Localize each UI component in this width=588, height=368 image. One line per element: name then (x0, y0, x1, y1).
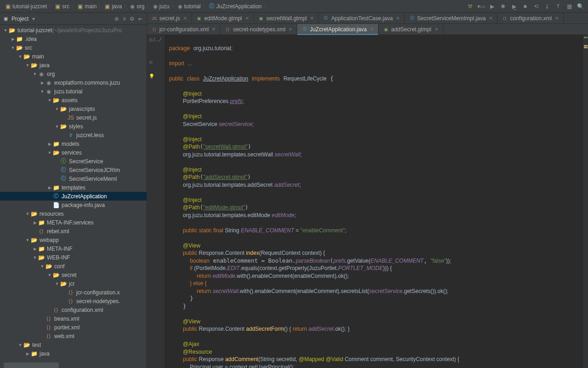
expand-arrow-icon[interactable]: ▼ (32, 72, 38, 76)
close-icon[interactable]: ✕ (435, 27, 438, 32)
close-icon[interactable]: ✕ (489, 16, 492, 21)
coverage-icon[interactable]: ▶̲ (510, 2, 518, 11)
tree-item[interactable]: ▶📁.idea (0, 34, 147, 43)
tree-item[interactable]: ▼📂javascripts (0, 104, 147, 113)
editor-tab[interactable]: ⟨⟩jcr-configuration.xml✕ (147, 24, 220, 34)
run-icon[interactable]: ▶ (488, 2, 496, 11)
expand-arrow-icon[interactable]: ▶ (47, 185, 52, 190)
expand-arrow-icon[interactable]: ▼ (25, 63, 30, 68)
close-icon[interactable]: ✕ (212, 27, 215, 32)
tree-item[interactable]: ⟨⟩jcr-configuration.x (0, 288, 147, 297)
breadcrumb-item[interactable]: ◉org (128, 3, 146, 10)
breadcrumb-item[interactable]: ▣main (76, 3, 98, 10)
editor-tab[interactable]: ⒸJuZcretApplication.java✕ (297, 24, 379, 34)
tree-item[interactable]: ▼📂styles (0, 122, 147, 131)
sync-icon[interactable]: ⟲ (532, 2, 540, 11)
tree-item[interactable]: ⟨⟩configuration.xml (0, 305, 147, 314)
editor-tab[interactable]: JSsecret.js✕ (147, 13, 192, 23)
tree-item[interactable]: ▼📂secret (0, 270, 147, 279)
expand-arrow-icon[interactable]: ▼ (40, 89, 45, 94)
breadcrumb-item[interactable]: ▣tutorial-juzcret (4, 3, 49, 10)
breadcrumb-item[interactable]: ▣java (103, 3, 124, 10)
tree-item[interactable]: ▼📂src (0, 43, 147, 52)
expand-arrow-icon[interactable]: ▼ (54, 282, 60, 286)
close-icon[interactable]: ✕ (370, 27, 373, 32)
tree-item[interactable]: ▼◉juzu.tutorial (0, 87, 147, 96)
tree-item[interactable]: ▼📂jcr (0, 279, 147, 288)
expand-arrow-icon[interactable]: ▶ (47, 142, 52, 146)
expand-arrow-icon[interactable]: ▼ (3, 28, 8, 33)
tree-item[interactable]: ▼📂conf (0, 262, 147, 270)
breadcrumb-item[interactable]: ▣src (53, 3, 71, 10)
editor-tab[interactable]: ▣editMode.gtmpl✕ (192, 13, 254, 23)
horizontal-scrollbar[interactable] (4, 362, 59, 368)
tree-item[interactable]: ▼📂services (0, 148, 147, 157)
expand-arrow-icon[interactable]: ▶ (32, 247, 38, 251)
collapse-all-icon[interactable]: ≡ (123, 16, 126, 22)
expand-arrow-icon[interactable]: ▼ (17, 54, 23, 59)
expand-arrow-icon[interactable]: ▼ (25, 238, 30, 242)
close-icon[interactable]: ✕ (555, 16, 559, 21)
editor-error-stripe[interactable] (582, 35, 588, 368)
tree-item[interactable]: ▼◉org (0, 69, 147, 78)
tree-item[interactable]: ▶📁META-INF (0, 244, 147, 253)
expand-arrow-icon[interactable]: ▼ (47, 273, 52, 277)
tree-item[interactable]: ⟨⟩web.xml (0, 332, 147, 340)
editor-tab[interactable]: ▣addSecret.gtmpl✕ (379, 24, 443, 34)
tree-item[interactable]: ▼📂resources (0, 209, 147, 218)
config-dropdown[interactable]: ▾▭ (477, 2, 485, 11)
breadcrumb-item[interactable]: ◉juzu (151, 3, 171, 10)
tree-item[interactable]: ⟨⟩portlet.xml (0, 323, 147, 332)
expand-arrow-icon[interactable]: ▶ (10, 37, 16, 41)
tree-item[interactable]: 📄package-info.java (0, 201, 147, 209)
code-editor[interactable]: package org.juzu.tutorial; import ... pu… (165, 35, 582, 368)
stop-icon[interactable]: ■ (521, 2, 529, 11)
debug-icon[interactable]: ✱ (499, 2, 507, 11)
expand-arrow-icon[interactable]: ▼ (25, 212, 30, 216)
tree-item[interactable]: ▼📂test (0, 340, 147, 349)
tree-item[interactable]: ▼📂tutorial-juzcret (~/java/eXoProjects/J… (0, 26, 147, 34)
tree-item[interactable]: ▶📁META-INF.services (0, 218, 147, 227)
tree-item[interactable]: ▶◉exoplatform.commons.juzu (0, 78, 147, 87)
expand-arrow-icon[interactable]: ▶ (32, 220, 38, 225)
expand-arrow-icon[interactable]: ▼ (40, 264, 45, 269)
breadcrumb-item[interactable]: ◉tutorial (176, 3, 203, 10)
structure-icon[interactable]: ▦ (565, 2, 573, 11)
breadcrumb-item[interactable]: ⒸJuZcretApplication (207, 2, 264, 10)
project-tree[interactable]: ▼📂tutorial-juzcret (~/java/eXoProjects/J… (0, 25, 147, 361)
tree-item[interactable]: ⒸSecretServiceJCRIm (0, 166, 147, 174)
close-icon[interactable]: ✕ (288, 27, 292, 32)
vcs-update-icon[interactable]: ⤓ (543, 2, 551, 11)
tree-item[interactable]: #juzcret.less (0, 131, 147, 139)
expand-arrow-icon[interactable]: ▼ (47, 98, 52, 103)
tree-item[interactable]: ▶📁templates (0, 183, 147, 192)
tree-item[interactable]: ⟨⟩rebel.xml (0, 227, 147, 236)
tree-item[interactable]: ▼📂WEB-INF (0, 253, 147, 262)
tree-item[interactable]: ⒸSecretServiceMemI (0, 174, 147, 183)
hide-panel-icon[interactable]: ⇤ (138, 16, 143, 22)
expand-arrow-icon[interactable]: ▼ (47, 150, 52, 155)
tree-item[interactable]: ▼📂assets (0, 96, 147, 104)
build-icon[interactable]: ⚒ (466, 2, 474, 11)
tree-item[interactable]: ▼📂main (0, 52, 147, 61)
editor-tab[interactable]: ⟨⟩secret-nodetypes.xml✕ (220, 24, 297, 34)
expand-arrow-icon[interactable]: ▼ (54, 107, 60, 111)
tree-item[interactable]: ▼📂webapp (0, 236, 147, 244)
close-icon[interactable]: ✕ (183, 16, 187, 21)
close-icon[interactable]: ✕ (245, 16, 249, 21)
search-icon[interactable]: 🔍 (576, 2, 584, 11)
expand-arrow-icon[interactable]: ▼ (54, 124, 60, 129)
vcs-commit-icon[interactable]: ⤒ (554, 2, 562, 11)
editor-tab[interactable]: ⒸApplicationTestCase.java✕ (319, 13, 405, 23)
tree-item[interactable]: ▼📂java (0, 61, 147, 69)
tree-item[interactable]: ⒾSecretService (0, 157, 147, 166)
expand-arrow-icon[interactable]: ▶ (40, 80, 45, 85)
expand-arrow-icon[interactable]: ▼ (17, 343, 23, 347)
tree-item[interactable]: ⟨⟩beans.xml (0, 314, 147, 323)
editor-tab[interactable]: ⒸSecretServiceMemImpl.java✕ (405, 13, 498, 23)
gear-icon[interactable]: ⚙ (130, 16, 135, 22)
scroll-from-source-icon[interactable]: ⊕ (114, 16, 119, 22)
tree-item[interactable]: JSsecret.js (0, 113, 147, 122)
close-icon[interactable]: ✕ (310, 16, 314, 21)
expand-arrow-icon[interactable]: ▶ (25, 351, 30, 356)
